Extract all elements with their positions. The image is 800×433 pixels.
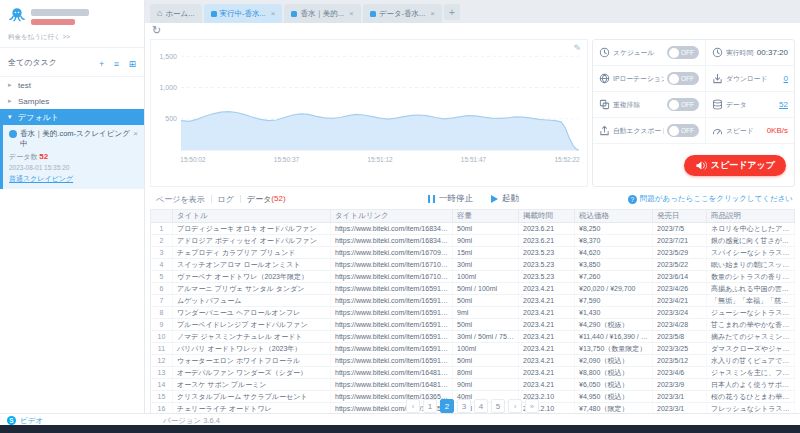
tab-icon bbox=[291, 11, 297, 17]
cell: 2023/7/5 bbox=[653, 223, 707, 235]
bottom-dark-strip bbox=[0, 425, 800, 433]
auto-export-toggle[interactable]: OFF bbox=[667, 124, 699, 137]
cell: 2023/4/6 bbox=[653, 367, 707, 379]
next-page-button[interactable]: › bbox=[508, 399, 522, 413]
svg-text:500: 500 bbox=[165, 115, 177, 122]
column-header: 税込価格 bbox=[575, 210, 653, 223]
close-tab-icon[interactable]: × bbox=[349, 9, 354, 18]
running-task-card[interactable]: 香水｜美的.com-スクレイピング中 × データ数52 2023-08-01 1… bbox=[0, 125, 144, 189]
page-4-button[interactable]: 4 bbox=[474, 399, 488, 413]
log-tab[interactable]: ログ bbox=[212, 194, 240, 205]
cell: https://www.biteki.com/item/1659193 bbox=[331, 331, 453, 343]
data-value[interactable]: 52 bbox=[779, 100, 788, 109]
cell: スパイシーなシトラスペッパーなどの bbox=[707, 247, 795, 259]
speed-up-button[interactable]: スピードアップ bbox=[684, 155, 786, 176]
cell: 2023/5/12 bbox=[653, 355, 707, 367]
cell: アドロジア ボディッセイ オードパルファン bbox=[173, 235, 331, 247]
close-tab-icon[interactable]: × bbox=[430, 9, 435, 18]
tree-item-test[interactable]: ▸test bbox=[0, 77, 144, 93]
cell: ¥7,260 bbox=[575, 271, 653, 283]
close-tab-icon[interactable]: × bbox=[271, 9, 276, 18]
cell: 銀の感覚に向く甘さが特徴のフロー bbox=[707, 235, 795, 247]
cell: 2023.4.21 bbox=[519, 331, 575, 343]
data-tab[interactable]: データ(52) bbox=[241, 194, 292, 205]
setting-label: スケジュール bbox=[613, 48, 664, 58]
page-5-button[interactable]: 5 bbox=[491, 399, 505, 413]
edit-chart-icon[interactable]: ✎ bbox=[573, 43, 581, 53]
add-group-icon[interactable]: + bbox=[99, 59, 104, 69]
cell: 100ml bbox=[453, 271, 519, 283]
cell: ¥11,440 / ¥16,390 / ¥21,120 bbox=[575, 331, 653, 343]
cell: 水入りの甘くピュアで優しいリナの香 bbox=[707, 355, 795, 367]
tab-task[interactable]: 香水｜美的...× bbox=[284, 4, 360, 23]
grid-view-icon[interactable]: ⊞ bbox=[128, 59, 136, 69]
speed-chart-panel: 1,5001,00050015:50:0215:50:3715:51:1215:… bbox=[150, 39, 588, 187]
cell: 2023.4.21 bbox=[519, 283, 575, 295]
row-number: 9 bbox=[151, 319, 173, 331]
table-row: 7ムゲットパフュームhttps://www.biteki.com/item/16… bbox=[151, 295, 795, 307]
last-page-button[interactable]: » bbox=[525, 399, 539, 413]
speed-icon bbox=[712, 125, 723, 136]
task-icon bbox=[9, 130, 17, 138]
stat-label: 実行時間 bbox=[726, 48, 754, 58]
tree-item-default[interactable]: ▾デフォルト bbox=[0, 109, 144, 125]
page-2-button[interactable]: 2 bbox=[440, 399, 454, 413]
cell: ジャスミンを主に、フローラル系な香 bbox=[707, 367, 795, 379]
task-tree: ▸test▸Samples▾デフォルト bbox=[0, 77, 144, 125]
tab-running[interactable]: 実行中-香水...× bbox=[204, 4, 283, 23]
data-tab-label: データ bbox=[247, 194, 271, 205]
cell: 高揚あふれる中国の雲南のサンダル bbox=[707, 283, 795, 295]
column-header: 商品説明 bbox=[707, 210, 795, 223]
tab-home[interactable]: ⌂ホーム... bbox=[150, 4, 202, 23]
schedule-toggle[interactable]: OFF bbox=[667, 46, 699, 59]
help-text: 問題があったらここをクリックしてください bbox=[640, 194, 793, 204]
dedupe-toggle[interactable]: OFF bbox=[667, 98, 699, 111]
pay-link[interactable]: 料金を払うに行く >> bbox=[0, 31, 144, 48]
play-icon bbox=[491, 195, 498, 203]
close-task-icon[interactable]: × bbox=[133, 129, 138, 138]
svg-text:15:50:37: 15:50:37 bbox=[274, 156, 300, 163]
pause-button[interactable]: 一時停止 bbox=[428, 193, 473, 205]
task-mode-link[interactable]: 普通スクレイピング bbox=[9, 174, 138, 184]
tree-item-samples[interactable]: ▸Samples bbox=[0, 93, 144, 109]
chevron-right-icon: ▸ bbox=[8, 97, 14, 105]
cell: 2023.6.21 bbox=[519, 235, 575, 247]
list-view-icon[interactable]: ≡ bbox=[114, 59, 119, 69]
cell: 50ml bbox=[453, 319, 519, 331]
dedupe-icon bbox=[599, 99, 610, 110]
cell: ジューシーなシトラスソルベなどの bbox=[707, 307, 795, 319]
cell: 2023/4/28 bbox=[653, 319, 707, 331]
start-button[interactable]: 起動 bbox=[491, 193, 519, 205]
octopus-icon bbox=[8, 6, 26, 24]
new-tab-button[interactable]: + bbox=[444, 4, 460, 20]
cell: ¥6,050（税込） bbox=[575, 379, 653, 391]
table-row: 11パリパリ オードトワレット（2023年）https://www.biteki… bbox=[151, 343, 795, 355]
cell: 30ml bbox=[453, 259, 519, 271]
cell: 数量のシトラスの香りをギュッと詰め bbox=[707, 271, 795, 283]
cell: 2023/3/25 bbox=[653, 343, 707, 355]
page-3-button[interactable]: 3 bbox=[457, 399, 471, 413]
skype-icon[interactable]: S bbox=[7, 416, 16, 425]
tree-item-label: デフォルト bbox=[18, 112, 59, 123]
tab-data[interactable]: データ-香水...× bbox=[363, 4, 442, 23]
show-page-tab[interactable]: ページを表示 bbox=[150, 194, 211, 205]
help-link[interactable]: ? 問題があったらここをクリックしてください bbox=[628, 194, 793, 204]
cell: 90ml bbox=[453, 235, 519, 247]
cell: https://www.biteki.com/item/1659123 bbox=[331, 295, 453, 307]
tab-icon bbox=[211, 11, 217, 17]
ip-rotation-toggle[interactable]: OFF bbox=[667, 72, 699, 85]
cell: https://www.biteki.com/item/1659147 bbox=[331, 355, 453, 367]
redacted-plan-notice bbox=[31, 19, 75, 25]
cell: 2023.4.21 bbox=[519, 307, 575, 319]
refresh-icon[interactable]: ↻ bbox=[152, 24, 161, 37]
prev-page-button[interactable]: ‹ bbox=[406, 399, 420, 413]
cell: https://www.biteki.com/item/1683497 bbox=[331, 235, 453, 247]
stat-label: ダウンロード bbox=[726, 74, 781, 84]
download-value[interactable]: 0 bbox=[784, 74, 788, 83]
page-1-button[interactable]: 1 bbox=[423, 399, 437, 413]
tree-item-label: test bbox=[18, 81, 31, 90]
status-bar: S ビデオ バージョン 3.6.4 bbox=[0, 413, 800, 425]
question-icon: ? bbox=[628, 195, 637, 204]
tab-label: 香水｜美的... bbox=[300, 9, 344, 19]
svg-text:1,500: 1,500 bbox=[159, 53, 177, 60]
